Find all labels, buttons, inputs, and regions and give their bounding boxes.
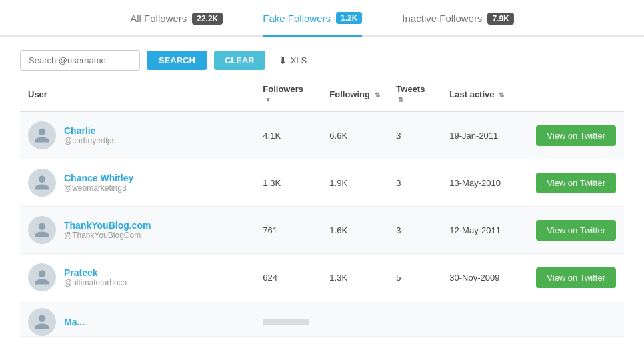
- user-name-3[interactable]: Prateek: [64, 267, 127, 278]
- user-name-1[interactable]: Chance Whitley: [64, 173, 133, 183]
- search-button[interactable]: SEARCH: [147, 51, 207, 70]
- tab-inactive-followers-badge: 7.9K: [487, 13, 513, 25]
- tab-all-followers-label: All Followers: [130, 13, 187, 24]
- view-twitter-button-0[interactable]: View on Twitter: [536, 125, 616, 146]
- lastactive-cell-2: 12-May-2011: [441, 207, 528, 254]
- tab-inactive-followers-label: Inactive Followers: [402, 13, 482, 24]
- user-icon: [33, 313, 51, 331]
- following-cell-2: 1.6K: [321, 207, 388, 254]
- action-cell-1: View on Twitter: [528, 159, 624, 207]
- col-header-followers[interactable]: Followers ▼: [255, 77, 321, 111]
- view-twitter-button-2[interactable]: View on Twitter: [536, 220, 616, 241]
- tab-fake-followers[interactable]: Fake Followers 1.2K: [263, 12, 362, 37]
- tab-all-followers[interactable]: All Followers 22.2K: [130, 13, 223, 35]
- partial-user-name[interactable]: Ma...: [64, 317, 85, 327]
- partial-followers-cell: [255, 301, 321, 337]
- partial-action-cell: [528, 301, 624, 337]
- col-header-lastactive[interactable]: Last active ⇅: [441, 77, 528, 111]
- lastactive-cell-0: 19-Jan-2011: [441, 111, 528, 159]
- followers-cell-2: 761: [255, 207, 321, 254]
- user-icon: [33, 269, 51, 286]
- tab-fake-followers-badge: 1.2K: [336, 12, 362, 24]
- tweets-cell-2: 3: [388, 207, 441, 254]
- table-row: Chance Whitley @webmarketing3 1.3K 1.9K …: [20, 159, 624, 207]
- user-name-2[interactable]: ThankYouBlog.com: [64, 220, 151, 231]
- col-header-tweets[interactable]: Tweets ⇅: [388, 77, 441, 111]
- xls-label: XLS: [291, 55, 307, 65]
- action-cell-2: View on Twitter: [528, 207, 624, 254]
- action-cell-0: View on Twitter: [528, 111, 624, 159]
- lastactive-sort-icon: ⇅: [499, 91, 504, 99]
- user-cell-0: Charlie @carbuyertips: [20, 111, 255, 159]
- tweets-cell-0: 3: [388, 111, 441, 159]
- tweets-cell-1: 3: [388, 159, 441, 207]
- table-row: Charlie @carbuyertips 4.1K 6.6K 3 19-Jan…: [20, 111, 624, 159]
- search-input[interactable]: [20, 50, 140, 71]
- user-cell-1: Chance Whitley @webmarketing3: [20, 159, 255, 207]
- avatar-3: [28, 263, 56, 291]
- lastactive-cell-3: 30-Nov-2009: [441, 254, 528, 301]
- user-cell-2: ThankYouBlog.com @ThankYouBlogCom: [20, 207, 255, 254]
- col-header-user: User: [20, 77, 255, 111]
- following-sort-icon: ⇅: [375, 91, 380, 99]
- table-row: Prateek @ultimateturboco 624 1.3K 5 30-N…: [20, 254, 624, 301]
- user-handle-0: @carbuyertips: [64, 136, 116, 145]
- col-header-following[interactable]: Following ⇅: [321, 77, 388, 111]
- tweets-sort-icon: ⇅: [398, 96, 403, 103]
- tab-fake-followers-label: Fake Followers: [263, 13, 331, 24]
- followers-cell-0: 4.1K: [255, 111, 321, 159]
- user-handle-1: @webmarketing3: [64, 183, 133, 193]
- tab-inactive-followers[interactable]: Inactive Followers 7.9K: [402, 13, 513, 35]
- user-cell-3: Prateek @ultimateturboco: [20, 254, 255, 301]
- user-handle-3: @ultimateturboco: [64, 278, 127, 287]
- tab-all-followers-badge: 22.2K: [192, 13, 223, 25]
- partial-user-cell: Ma...: [20, 301, 255, 337]
- avatar-0: [28, 121, 56, 149]
- user-handle-2: @ThankYouBlogCom: [64, 231, 151, 240]
- partial-avatar: [28, 308, 56, 336]
- user-icon: [33, 221, 51, 239]
- followers-table: User Followers ▼ Following ⇅ Tweets ⇅ La…: [20, 77, 624, 337]
- tweets-cell-3: 5: [388, 254, 441, 301]
- following-cell-0: 6.6K: [321, 111, 388, 159]
- followers-sort-icon: ▼: [265, 96, 271, 103]
- followers-cell-3: 624: [255, 254, 321, 301]
- followers-cell-1: 1.3K: [255, 159, 321, 207]
- user-icon: [33, 127, 51, 144]
- action-cell-3: View on Twitter: [528, 254, 624, 301]
- table-row: ThankYouBlog.com @ThankYouBlogCom 761 1.…: [20, 207, 624, 254]
- partial-lastactive-cell: [441, 301, 528, 337]
- clear-button[interactable]: CLEAR: [214, 51, 265, 70]
- table-wrapper: User Followers ▼ Following ⇅ Tweets ⇅ La…: [0, 77, 644, 337]
- partial-tweets-cell: [388, 301, 441, 337]
- table-header-row: User Followers ▼ Following ⇅ Tweets ⇅ La…: [20, 77, 624, 111]
- download-icon: ⬇: [279, 55, 287, 67]
- user-icon: [33, 174, 51, 191]
- table-row-partial: Ma...: [20, 301, 624, 337]
- lastactive-cell-1: 13-May-2010: [441, 159, 528, 207]
- avatar-1: [28, 169, 56, 197]
- partial-following-cell: [321, 301, 388, 337]
- toolbar: SEARCH CLEAR ⬇ XLS: [0, 37, 644, 77]
- following-cell-3: 1.3K: [321, 254, 388, 301]
- view-twitter-button-1[interactable]: View on Twitter: [536, 173, 616, 193]
- view-twitter-button-3[interactable]: View on Twitter: [536, 267, 616, 288]
- following-cell-1: 1.9K: [321, 159, 388, 207]
- col-header-action: [528, 77, 624, 111]
- avatar-2: [28, 216, 56, 244]
- user-name-0[interactable]: Charlie: [64, 125, 116, 136]
- xls-button[interactable]: ⬇ XLS: [279, 55, 307, 67]
- tabs-container: All Followers 22.2K Fake Followers 1.2K …: [0, 0, 644, 37]
